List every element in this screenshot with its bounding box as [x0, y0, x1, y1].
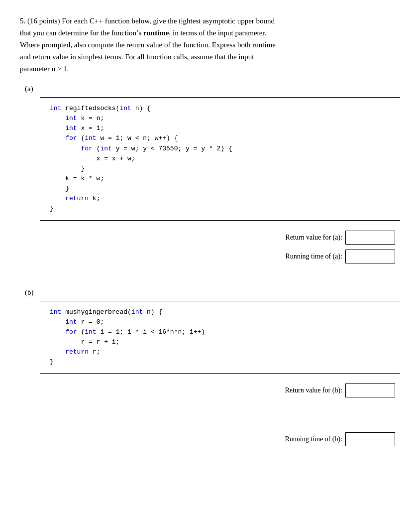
part-a-code: int regiftedsocks(int n) { int k = n; in… — [50, 104, 390, 214]
part-a-runtime-label: Running time of (a): — [285, 253, 345, 260]
question-desc4: and return value in simplest terms. For … — [20, 53, 254, 61]
question-desc1: For each C++ function below, give the ti… — [62, 17, 275, 25]
kw-int-b4: int — [85, 328, 96, 336]
kw-int-b1: int — [50, 308, 61, 316]
spacer-2 — [20, 412, 400, 422]
kw-for-b1: for — [65, 328, 77, 336]
part-b-runtime-label: Running time of (b): — [285, 435, 346, 443]
question-number: 5. — [20, 17, 25, 25]
part-b-section: (b) int mushygingerbread(int n) { int r … — [20, 288, 400, 447]
kw-int-b3: int — [65, 318, 77, 326]
question-desc2-cont: , in terms of the input parameter. — [169, 29, 267, 37]
question-desc5: parameter n ≥ 1. — [20, 65, 69, 73]
part-a-label: (a) — [25, 85, 400, 93]
kw-int-2: int — [119, 105, 131, 112]
question-desc2: that you can determine for the function’… — [20, 29, 141, 37]
kw-int-5: int — [85, 134, 96, 142]
spacer-3 — [20, 422, 400, 432]
kw-return-b1: return — [65, 348, 89, 356]
part-a-return-row: Return value for (a): — [285, 231, 395, 245]
part-b-runtime-area: Running time of (b): — [20, 432, 400, 446]
part-a-runtime-box[interactable] — [345, 250, 395, 263]
part-b-code-section: int mushygingerbread(int n) { int r = 0;… — [40, 301, 400, 374]
part-b-code: int mushygingerbread(int n) { int r = 0;… — [50, 307, 390, 368]
part-b-label: (b) — [25, 288, 400, 297]
part-b-return-box[interactable] — [345, 383, 395, 397]
kw-int-1: int — [50, 105, 61, 112]
kw-int-b2: int — [131, 308, 143, 316]
part-a-return-label: Return value for (a): — [285, 234, 345, 242]
question-desc3: Where prompted, also compute the return … — [20, 41, 276, 49]
runtime-bold: runtime — [143, 29, 169, 37]
part-b-return-label: Return value for (b): — [285, 386, 345, 394]
spacer-1 — [20, 278, 400, 288]
kw-return-1: return — [65, 195, 89, 202]
part-b-runtime-row: Running time of (b): — [285, 432, 396, 446]
part-b-answers: Return value for (b): — [20, 383, 400, 397]
kw-int-4: int — [65, 125, 77, 132]
question-header: 5. (16 points) For each C++ function bel… — [20, 15, 400, 75]
part-a-section: (a) int regiftedsocks(int n) { int k = n… — [20, 85, 400, 263]
part-a-runtime-row: Running time of (a): — [285, 250, 395, 263]
part-a-code-section: int regiftedsocks(int n) { int k = n; in… — [40, 97, 400, 221]
kw-int-6: int — [100, 145, 111, 152]
kw-for-1: for — [65, 134, 77, 142]
part-b-runtime-box[interactable] — [345, 432, 395, 446]
part-a-return-box[interactable] — [345, 231, 395, 245]
kw-for-2: for — [81, 145, 92, 152]
question-points: (16 points) — [27, 17, 60, 25]
part-b-return-row: Return value for (b): — [285, 383, 395, 397]
part-a-answers: Return value for (a): Running time of (a… — [20, 231, 400, 263]
kw-int-3: int — [65, 115, 77, 122]
